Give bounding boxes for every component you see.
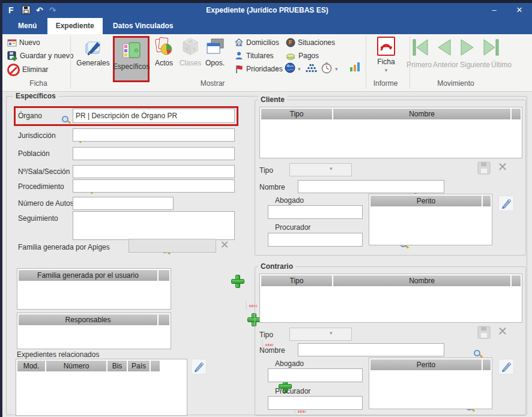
- opos-button[interactable]: Opos.: [202, 37, 228, 67]
- col-mod: Mod.: [17, 361, 45, 371]
- familia-apiges-input: [128, 239, 216, 253]
- cliente-procurador-input[interactable]: [268, 233, 363, 247]
- responsables-table[interactable]: Responsables: [17, 313, 171, 349]
- coins-icon: [286, 52, 296, 61]
- contrario-abogado-input[interactable]: [268, 368, 363, 382]
- cliente-save-button-disabled: [477, 161, 491, 175]
- eliminar-button[interactable]: Eliminar: [7, 64, 48, 75]
- situaciones-button[interactable]: Situaciones: [286, 37, 335, 48]
- primero-button-icon: [412, 38, 429, 56]
- application-window: F ↶ ↷ Expediente (Jurídico PRUEBAS ES) –…: [0, 0, 532, 417]
- informe-dropdown-icon[interactable]: ▾: [385, 67, 388, 73]
- cliente-abogado-input[interactable]: [268, 205, 363, 219]
- nuevo-label: Nuevo: [19, 38, 40, 47]
- especificos-button-selected[interactable]: Específicos: [113, 36, 150, 82]
- actos-button[interactable]: Actos: [151, 37, 177, 67]
- ultimo-label: Último: [491, 61, 512, 69]
- bar-chart-icon[interactable]: [349, 61, 360, 72]
- clases-icon: 45 4 9: [180, 37, 201, 57]
- contrario-nombre-search-icon[interactable]: [474, 349, 483, 358]
- ribbon-tab-row: Menú Expediente Datos Vinculados: [2, 18, 532, 34]
- small-dropdown-icon[interactable]: ▾: [276, 66, 279, 72]
- sala-input[interactable]: [73, 165, 235, 178]
- close-button[interactable]: ✕: [512, 3, 527, 17]
- generales-icon: [83, 37, 103, 57]
- svg-text:4: 4: [186, 47, 188, 51]
- minimize-button[interactable]: –: [486, 3, 502, 17]
- organo-input[interactable]: [73, 109, 235, 123]
- tab-menu[interactable]: Menú: [10, 18, 45, 34]
- responsables-header: Responsables: [19, 314, 157, 325]
- familia-usuario-header-extra: [159, 270, 169, 281]
- seguimiento-textarea[interactable]: [73, 211, 235, 240]
- pencil-icon: [193, 361, 204, 372]
- procedimiento-input[interactable]: [73, 179, 235, 193]
- cliente-col-extra: [512, 109, 521, 119]
- expedientes-relacionados-table[interactable]: Mod. Número Bis País: [16, 359, 187, 416]
- anterior-label: Anterior: [433, 61, 458, 69]
- stopwatch-icon[interactable]: [321, 62, 333, 74]
- tab-expediente[interactable]: Expediente: [47, 18, 103, 34]
- contrario-perito-edit-button[interactable]: [498, 359, 514, 374]
- expedientes-edit-button[interactable]: [191, 359, 207, 374]
- informe-ficha-label: Ficha: [377, 58, 394, 66]
- domicilios-label: Domicilios: [246, 38, 279, 47]
- pagos-button[interactable]: Pagos: [286, 50, 319, 61]
- col-pais: País: [128, 361, 150, 371]
- contrario-nombre-input[interactable]: [298, 343, 444, 356]
- mostrar-group-label: Mostrar: [189, 79, 237, 88]
- cliente-abogado-label: Abogado: [275, 196, 304, 205]
- titlebar: F ↶ ↷ Expediente (Jurídico PRUEBAS ES) –…: [2, 3, 532, 18]
- organo-label: Órgano: [18, 112, 42, 120]
- contrario-procurador-label: Procurador: [275, 387, 310, 395]
- contrario-abogado-label: Abogado: [275, 359, 304, 368]
- informe-ficha-button[interactable]: Ficha ▾: [367, 37, 405, 73]
- cliente-table[interactable]: Tipo Nombre: [259, 107, 522, 158]
- movimiento-group-label: Movimiento: [426, 79, 486, 88]
- org-chart-icon[interactable]: [305, 64, 317, 73]
- jurisdiccion-input[interactable]: [73, 128, 235, 142]
- procedimiento-label: Procedimiento: [18, 182, 64, 191]
- stopwatch-dropdown-icon[interactable]: ▾: [335, 66, 338, 72]
- cliente-perito-table[interactable]: Perito: [369, 194, 492, 245]
- familia-usuario-remove-button-disabled: [246, 301, 247, 310]
- col-extra: [151, 361, 160, 371]
- prioridades-button[interactable]: Prioridades ▾: [234, 64, 288, 74]
- generales-button[interactable]: Generales: [75, 37, 111, 67]
- ultimo-button-icon: [483, 38, 500, 56]
- contrario-procurador-input[interactable]: [268, 396, 363, 410]
- guardar-y-nuevo-button[interactable]: Guardar y nuevo: [7, 50, 73, 61]
- autos-input[interactable]: [73, 197, 174, 210]
- contrario-col-nombre: Nombre: [333, 275, 510, 286]
- nuevo-button[interactable]: Nuevo: [7, 37, 40, 48]
- organo-search-icon[interactable]: [62, 115, 71, 124]
- contrario-tipo-label: Tipo: [259, 331, 273, 339]
- contrario-perito-table[interactable]: Perito: [369, 358, 492, 409]
- familia-usuario-table[interactable]: Familia generada por el usuario: [17, 268, 171, 310]
- expedientes-relacionados-label: Expedientes relacionados: [17, 350, 99, 359]
- generales-label: Generales: [76, 59, 109, 67]
- cliente-perito-edit-button[interactable]: [498, 196, 514, 211]
- combo-arrow-icon: ▾: [330, 166, 333, 172]
- cliente-nombre-input[interactable]: [298, 180, 444, 193]
- globe-icon[interactable]: [285, 62, 295, 73]
- jurisdiccion-label: Jurisdicción: [18, 131, 56, 140]
- situaciones-label: Situaciones: [298, 38, 335, 47]
- actos-icon: [154, 37, 174, 57]
- cliente-col-nombre: Nombre: [333, 109, 510, 119]
- opos-icon: [205, 37, 225, 57]
- window-title: Expediente (Jurídico PRUEBAS ES): [2, 3, 532, 18]
- cliente-perito-header: Perito: [370, 196, 482, 206]
- familia-usuario-add-button[interactable]: [231, 274, 244, 287]
- poblacion-input[interactable]: [73, 147, 235, 160]
- titulares-button[interactable]: Titulares: [234, 50, 274, 61]
- col-bis: Bis: [107, 361, 127, 371]
- contrario-perito-header: Perito: [370, 359, 482, 370]
- eliminar-label: Eliminar: [22, 65, 48, 74]
- ficha-group-label: Ficha: [14, 79, 62, 88]
- domicilios-button[interactable]: Domicilios: [234, 37, 279, 48]
- familia-apiges-clear-button[interactable]: ✕: [217, 238, 232, 251]
- tab-datos-vinculados[interactable]: Datos Vinculados: [104, 18, 181, 34]
- globe-dropdown-icon[interactable]: ▾: [298, 66, 301, 72]
- contrario-table[interactable]: Tipo Nombre: [259, 274, 522, 323]
